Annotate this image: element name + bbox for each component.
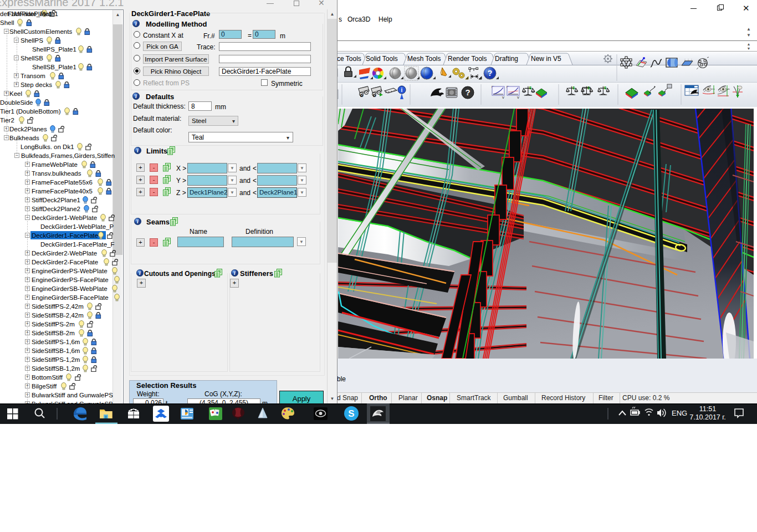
- svg-text:?: ?: [488, 69, 493, 78]
- svg-text:D: D: [360, 93, 364, 98]
- svg-text:i: i: [401, 87, 403, 93]
- svg-text:ENG: ENG: [672, 409, 687, 417]
- svg-text:D: D: [373, 93, 376, 98]
- svg-text:?: ?: [465, 88, 470, 97]
- svg-text:V: V: [517, 96, 519, 99]
- svg-text:$: $: [572, 85, 575, 90]
- svg-text:S: S: [348, 408, 354, 419]
- svg-text:7.10.2017 г.: 7.10.2017 г.: [689, 413, 726, 421]
- svg-text:$: $: [604, 85, 607, 90]
- svg-text:$: $: [587, 85, 590, 90]
- svg-text:11:51: 11:51: [699, 405, 716, 413]
- svg-text:$: $: [529, 85, 532, 90]
- svg-text:V: V: [502, 96, 504, 99]
